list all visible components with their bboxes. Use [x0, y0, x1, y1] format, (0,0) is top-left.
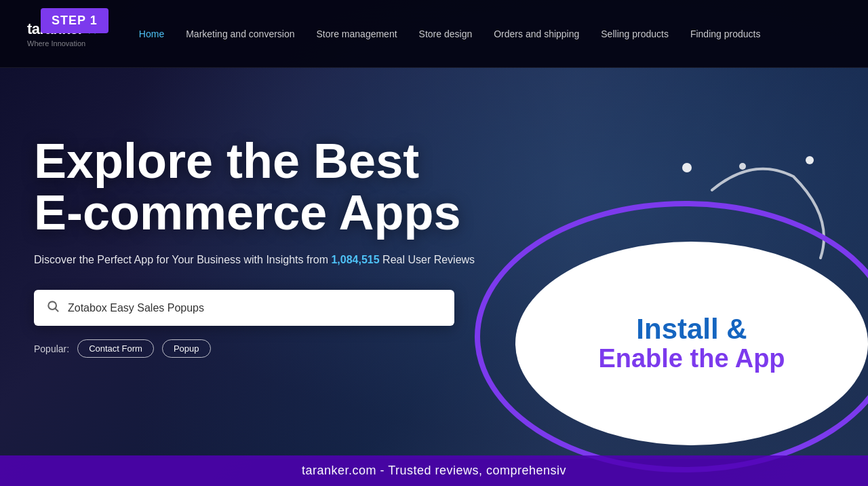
bottom-bar-text: taranker.com - Trusted reviews, comprehe…	[302, 464, 566, 477]
main-nav: Home Marketing and conversion Store mana…	[139, 29, 761, 39]
logo-subtitle: Where Innovation	[27, 39, 85, 48]
review-count: 1,084,515	[331, 254, 379, 265]
install-text-1: Install &	[636, 314, 747, 345]
popular-label: Popular:	[34, 343, 69, 354]
nav-orders-shipping[interactable]: Orders and shipping	[494, 29, 579, 39]
search-input[interactable]	[68, 302, 442, 314]
install-text-2: Enable the App	[598, 345, 785, 373]
nav-home[interactable]: Home	[139, 29, 164, 39]
nav-selling-products[interactable]: Selling products	[601, 29, 669, 39]
popular-tag-popup[interactable]: Popup	[162, 339, 211, 358]
hero-section: ✓ Install & Enable the App taranker ★ Wh…	[0, 0, 868, 486]
hero-title-line1: Explore the Best	[34, 134, 419, 188]
hero-subtitle-suffix: Real User Reviews	[380, 254, 475, 265]
hero-subtitle: Discover the Perfect App for Your Busine…	[34, 252, 475, 268]
nav-store-design[interactable]: Store design	[419, 29, 473, 39]
search-icon	[46, 299, 60, 316]
deco-dot-1	[682, 163, 692, 172]
bottom-bar: taranker.com - Trusted reviews, comprehe…	[0, 455, 868, 486]
hero-title-line2: E-commerce Apps	[34, 185, 461, 240]
hero-title: Explore the Best E-commerce Apps	[34, 136, 475, 238]
install-bubble: Install & Enable the App	[515, 242, 868, 445]
svg-line-1	[56, 309, 58, 312]
popular-row: Popular: Contact Form Popup	[34, 339, 475, 358]
header: taranker ★ Where Innovation STEP 1 Home …	[0, 0, 868, 68]
search-bar[interactable]	[34, 290, 454, 326]
popular-tag-contact-form[interactable]: Contact Form	[77, 339, 154, 358]
nav-marketing[interactable]: Marketing and conversion	[186, 29, 294, 39]
step-badge: STEP 1	[41, 8, 108, 33]
hero-content: Explore the Best E-commerce Apps Discove…	[34, 136, 475, 358]
nav-store-management[interactable]: Store management	[317, 29, 397, 39]
nav-finding-products[interactable]: Finding products	[690, 29, 761, 39]
hero-subtitle-prefix: Discover the Perfect App for Your Busine…	[34, 254, 331, 265]
